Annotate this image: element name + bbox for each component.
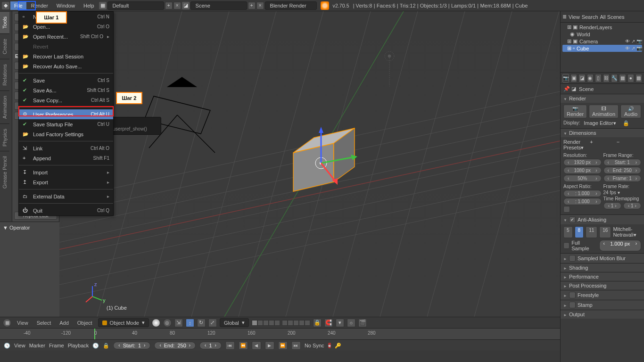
play-reverse-button[interactable]: ◀ bbox=[252, 341, 261, 350]
panel-dimensions-head[interactable]: Dimensions bbox=[561, 129, 644, 137]
file-menu-append[interactable]: AppendShift F1 bbox=[19, 153, 113, 163]
tab-render-layers-icon[interactable]: ▣ bbox=[570, 74, 577, 82]
outliner-display-mode[interactable]: All Scenes bbox=[600, 14, 642, 20]
manipulator-toggle[interactable]: ⇲ bbox=[174, 319, 183, 327]
scene-icon[interactable]: ◪ bbox=[182, 2, 190, 9]
blender-icon[interactable]: ◆ bbox=[2, 2, 9, 9]
panel-render-head[interactable]: Render bbox=[561, 94, 644, 103]
aspect-x-field[interactable]: ‹: 1.000› bbox=[563, 190, 602, 197]
frame-step-prop[interactable]: ‹Frame: 1› bbox=[603, 175, 642, 182]
outliner-item-camera[interactable]: ⊞ ▣ Camera👁 ↗ 📷 bbox=[562, 38, 642, 45]
anim-button[interactable]: 🎞Animation bbox=[589, 105, 619, 118]
file-menu-save[interactable]: SaveCtrl S bbox=[19, 75, 113, 85]
file-menu-open-recent-[interactable]: Open Recent...Shift Ctrl O▸ bbox=[19, 32, 113, 41]
vp-menu-select[interactable]: Select bbox=[34, 319, 54, 327]
timeline-editor-icon[interactable]: 🕓 bbox=[4, 343, 10, 349]
tab-object-icon[interactable]: ▯ bbox=[595, 74, 602, 82]
3d-viewport[interactable]: z y (1) Cube bbox=[59, 11, 560, 317]
aa-5-button[interactable]: 5 bbox=[563, 226, 573, 238]
panel-shading-head[interactable]: Shading bbox=[561, 263, 644, 272]
file-menu-revert[interactable]: Revert bbox=[19, 41, 113, 51]
panel-performance-head[interactable]: Performance bbox=[561, 272, 644, 281]
render-button[interactable]: 📷Render bbox=[563, 105, 587, 118]
file-menu-save-copy-[interactable]: Save Copy...Ctrl Alt S bbox=[19, 95, 113, 105]
tl-menu-frame[interactable]: Frame bbox=[49, 343, 64, 348]
tab-render-icon[interactable]: 📷 bbox=[562, 74, 569, 82]
screen-layout-dropdown[interactable]: Default bbox=[107, 1, 164, 10]
del-scene-button[interactable]: × bbox=[256, 2, 264, 9]
tab-constraints-icon[interactable]: ⛓ bbox=[603, 74, 610, 82]
file-menu-save-startup-file[interactable]: Save Startup FileCtrl U bbox=[19, 119, 113, 129]
panel-stamp-head[interactable]: Stamp bbox=[561, 300, 644, 310]
manip-scale[interactable]: ⤢ bbox=[208, 319, 217, 327]
aa-11-button[interactable]: 11 bbox=[586, 226, 597, 238]
jump-start-button[interactable]: ⏮ bbox=[225, 341, 235, 350]
file-menu-quit[interactable]: QuitCtrl Q bbox=[19, 206, 113, 215]
auto-keyframe-toggle[interactable]: ● bbox=[328, 343, 331, 348]
add-preset-button[interactable]: + bbox=[590, 139, 614, 151]
time-old-field[interactable]: ‹ 1 › bbox=[603, 202, 621, 209]
layer-buttons[interactable] bbox=[252, 320, 310, 326]
screen-layout-icon[interactable]: ▦ bbox=[99, 2, 107, 9]
outliner-item-cube[interactable]: ⊞ ▫ Cube👁 ↗ 📷 bbox=[562, 45, 642, 52]
tab-grease-pencil[interactable]: Grease Pencil bbox=[0, 151, 9, 193]
file-menu-import[interactable]: Import▸ bbox=[19, 167, 113, 177]
outliner-menu-search[interactable]: Search bbox=[582, 14, 598, 20]
play-button[interactable]: ▶ bbox=[265, 341, 274, 350]
menu-help[interactable]: Help bbox=[80, 1, 98, 10]
aa-filter-dropdown[interactable]: Mitchell-Netravali▾ bbox=[613, 226, 641, 238]
res-y-field[interactable]: ‹1080 px› bbox=[563, 167, 602, 174]
timeline-ruler[interactable]: -40 -120 0 40 80 120 160 200 240 280 bbox=[0, 329, 560, 340]
full-sample-checkbox[interactable] bbox=[563, 242, 570, 249]
aa-16-button[interactable]: 16 bbox=[599, 226, 611, 238]
vp-menu-object[interactable]: Object bbox=[74, 319, 95, 327]
mode-dropdown[interactable]: Object Mode ▾ bbox=[98, 318, 149, 327]
panel-aa-head[interactable]: ✔ Anti-Aliasing bbox=[561, 215, 644, 224]
tab-scene-icon[interactable]: ◪ bbox=[578, 74, 585, 82]
keying-set-icon[interactable]: 🔑 bbox=[335, 343, 341, 349]
next-keyframe-button[interactable]: ⏩ bbox=[278, 341, 288, 350]
tl-menu-playback[interactable]: Playback bbox=[68, 343, 89, 348]
outliner-item-renderlayers[interactable]: ⊞ ▣ RenderLayers bbox=[562, 24, 642, 31]
vp-menu-view[interactable]: View bbox=[14, 319, 31, 327]
tab-tools[interactable]: Tools bbox=[0, 11, 9, 33]
file-menu-save-as-[interactable]: Save As...Shift Ctrl S bbox=[19, 85, 113, 95]
del-preset-button[interactable]: − bbox=[617, 139, 641, 151]
time-new-field[interactable]: ‹ 1 › bbox=[623, 202, 641, 209]
display-mode-dropdown[interactable]: Image Editor▾ bbox=[584, 120, 621, 126]
transform-orientation[interactable]: Global ▾ bbox=[220, 318, 249, 327]
audio-button[interactable]: 🔊Audio bbox=[620, 105, 641, 118]
aa-8-button[interactable]: 8 bbox=[575, 226, 584, 238]
proportional-edit[interactable]: ○ bbox=[347, 319, 355, 327]
tab-animation[interactable]: Animation bbox=[0, 90, 9, 123]
vp-menu-add[interactable]: Add bbox=[57, 319, 72, 327]
manip-translate[interactable]: ↕ bbox=[186, 319, 194, 327]
lock-time[interactable]: 🔒 bbox=[103, 343, 109, 349]
shading-dropdown[interactable] bbox=[152, 319, 160, 327]
panel-output-head[interactable]: Output bbox=[561, 310, 644, 319]
frame-end-field[interactable]: ‹ End: 250 › bbox=[154, 342, 196, 349]
del-layout-button[interactable]: × bbox=[173, 2, 181, 9]
lock-camera-icon[interactable]: 🔒 bbox=[313, 319, 322, 327]
jump-end-button[interactable]: ⏭ bbox=[291, 341, 301, 350]
tab-relations[interactable]: Relations bbox=[0, 59, 9, 90]
tab-material-icon[interactable]: ● bbox=[627, 74, 634, 82]
aa-checkbox[interactable]: ✔ bbox=[569, 216, 576, 223]
aspect-y-field[interactable]: ‹: 1.000› bbox=[563, 198, 602, 205]
outliner-tree[interactable]: ⊞ ▣ RenderLayers ◉ World ⊞ ▣ Camera👁 ↗ 📷… bbox=[561, 23, 644, 72]
frame-rate-dropdown[interactable]: 24 fps ▾ bbox=[603, 190, 642, 195]
file-menu-external-data[interactable]: External Data▸ bbox=[19, 191, 113, 201]
render-presets-dropdown[interactable]: Render Presets▾ bbox=[563, 139, 588, 151]
frame-start-prop[interactable]: ‹Start: 1› bbox=[603, 159, 642, 166]
add-scene-button[interactable]: + bbox=[248, 2, 256, 9]
file-menu-recover-last-session[interactable]: Recover Last Session bbox=[19, 51, 113, 61]
file-menu-export[interactable]: Export▸ bbox=[19, 177, 113, 187]
panel-sampled-motion-blur-head[interactable]: Sampled Motion Blur bbox=[561, 254, 644, 263]
use-preview-range[interactable]: 🕓 bbox=[92, 343, 99, 349]
add-layout-button[interactable]: + bbox=[165, 2, 173, 9]
outliner-editor-icon[interactable]: ≣ bbox=[562, 14, 567, 20]
menu-window[interactable]: Window bbox=[53, 1, 79, 10]
file-menu-recover-auto-save-[interactable]: Recover Auto Save... bbox=[19, 61, 113, 71]
lock-ui-icon[interactable]: 🔒 bbox=[623, 120, 641, 126]
panel-freestyle-head[interactable]: Freestyle bbox=[561, 290, 644, 300]
